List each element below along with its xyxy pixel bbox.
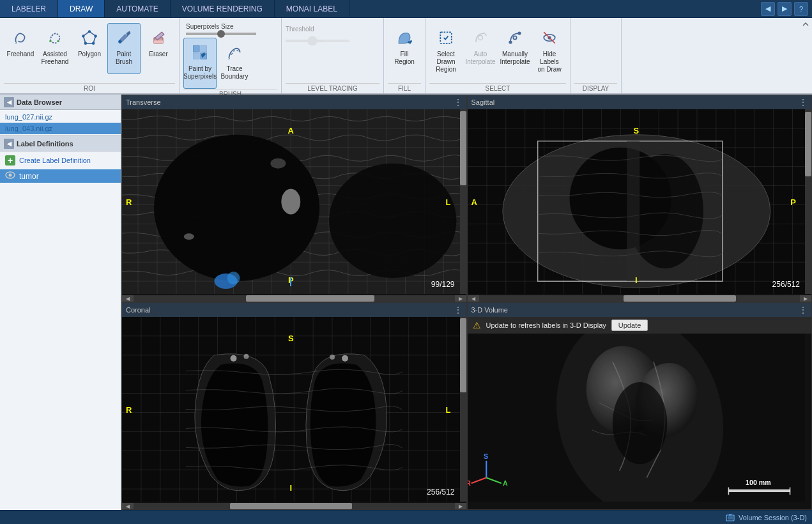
warning-icon: ⚠ [473,320,481,330]
nav-help-button[interactable]: ? [794,2,808,16]
paint-superpixels-label: Paint bySuperpixels [183,65,217,81]
left-panel: ◀ Data Browser lung_027.nii.gz lung_043.… [0,95,121,510]
transverse-scroll-left[interactable]: ◀ [122,295,134,302]
freehand-tool[interactable]: Freehand [4,23,37,74]
transverse-menu[interactable]: ⋮ [454,97,463,107]
trace-boundary-tool[interactable]: TraceBoundary [218,38,251,89]
trace-boundary-label: TraceBoundary [221,65,249,81]
svg-line-16 [233,50,235,51]
transverse-scrollbar-h[interactable] [134,295,455,302]
fill-tools: FillRegion [388,20,421,83]
sagittal-scrollbar-v[interactable] [805,109,811,294]
manually-interpolate-tool[interactable]: ManuallyInterpolate [498,23,532,74]
coronal-menu[interactable]: ⋮ [454,305,463,315]
toolbar-collapse-btn[interactable] [799,18,812,93]
roi-tools: Freehand AssistedFreehand [4,20,175,83]
svg-rect-95 [122,317,460,502]
svg-point-59 [227,272,240,284]
volume3d-title: 3-D Volume [471,306,508,314]
transverse-title: Transverse [126,98,161,106]
top-navigation: LABELER DRAW AUTOMATE VOLUME RENDERING M… [0,0,812,18]
paint-brush-icon [114,27,134,48]
viewport-grid: Transverse ⋮ [121,95,812,510]
sagittal-scroll-left[interactable]: ◀ [468,295,479,302]
sagittal-menu[interactable]: ⋮ [799,97,808,107]
main-layout: ◀ Data Browser lung_027.nii.gz lung_043.… [0,95,812,510]
brush-section: Superpixels Size [180,18,282,93]
coronal-scrollbar-thumb[interactable] [230,503,352,509]
transverse-canvas-area[interactable]: A P R L 99/129 [122,109,460,294]
paint-brush-tool[interactable]: PaintBrush [107,23,141,74]
sagittal-canvas-area[interactable]: S I A P 256/512 [468,109,806,294]
polygon-icon [79,27,100,48]
assisted-freehand-tool[interactable]: AssistedFreehand [38,23,72,74]
sagittal-scrollbar-thumb[interactable] [624,295,736,302]
superpixels-size-label: Superpixels Size [186,23,275,30]
polygon-tool[interactable]: Polygon [73,23,106,74]
svg-rect-13 [194,53,200,59]
volume-3d-viewport: 3-D Volume ⋮ ⚠ Update to refresh labels … [467,302,813,510]
nav-forward-button[interactable]: ▶ [778,2,792,16]
svg-point-8 [118,40,121,43]
select-drawn-region-tool[interactable]: Select DrawnRegion [429,23,463,75]
file-lung043[interactable]: lung_043.nii.gz [0,123,121,134]
svg-point-122 [231,355,237,362]
sagittal-slice-counter: 256/512 [772,280,800,289]
transverse-scrollbar-v[interactable] [460,109,466,294]
hide-labels-icon [539,27,560,48]
volume3d-header: 3-D Volume ⋮ [468,303,812,317]
auto-interpolate-tool: AutoInterpolate [464,23,497,74]
svg-point-6 [84,42,87,45]
coronal-scrollbar-v[interactable] [460,317,466,502]
svg-text:R: R [468,479,471,487]
svg-rect-11 [194,46,200,52]
select-section-label: SELECT [429,83,566,92]
threshold-label: Threshold [286,26,314,33]
svg-point-123 [243,354,249,359]
svg-point-62 [270,158,286,169]
nav-back-button[interactable]: ◀ [761,2,775,16]
fill-region-tool[interactable]: FillRegion [388,23,421,74]
coronal-scroll-left[interactable]: ◀ [122,503,134,509]
eraser-tool[interactable]: Eraser [142,23,175,74]
transverse-scrollbar-thumb[interactable] [246,295,374,302]
data-browser-list: lung_027.nii.gz lung_043.nii.gz [0,110,121,135]
svg-marker-2 [83,31,95,43]
coronal-scrollbar-h[interactable] [134,503,455,509]
create-label-definition-button[interactable]: + Create Label Definition [0,151,121,169]
file-lung027[interactable]: lung_027.nii.gz [0,111,121,123]
coronal-scroll-right[interactable]: ▶ [455,503,466,509]
sagittal-scroll-right[interactable]: ▶ [800,295,811,302]
nav-tab-draw[interactable]: DRAW [58,0,105,17]
nav-tab-labeler[interactable]: LABELER [0,0,58,17]
label-item-tumor[interactable]: tumor [0,169,121,183]
hide-labels-tool[interactable]: Hide Labelson Draw [533,23,566,75]
coronal-canvas-area[interactable]: S I R L 256/512 [122,317,460,502]
transverse-scrollbar-v-thumb[interactable] [460,111,466,185]
label-visibility-icon[interactable] [5,171,15,181]
paint-by-superpixels-tool[interactable]: Paint bySuperpixels [183,38,217,89]
display-section-label: DISPLAY [574,83,617,92]
volume3d-canvas-area[interactable]: S A R 100 mm [468,331,806,502]
sagittal-scrollbar-v-thumb[interactable] [805,112,811,176]
svg-rect-12 [201,46,207,52]
data-browser-toggle[interactable]: ◀ [4,97,14,107]
nav-tab-monai-label[interactable]: MONAI LABEL [275,0,349,17]
label-def-toggle[interactable]: ◀ [4,139,14,149]
trace-boundary-icon [224,42,245,63]
threshold-slider[interactable] [286,40,349,42]
assisted-freehand-icon [45,27,65,48]
svg-point-20 [479,36,483,40]
nav-tab-automate[interactable]: AUTOMATE [105,0,171,17]
update-button[interactable]: Update [611,320,648,331]
label-definitions-title: Label Definitions [17,140,73,148]
volume3d-menu[interactable]: ⋮ [799,305,808,315]
data-browser-title: Data Browser [17,98,62,106]
sagittal-scrollbar-h[interactable] [479,295,801,302]
svg-text:A: A [502,479,507,487]
svg-point-28 [9,174,12,177]
transverse-scroll-right[interactable]: ▶ [455,295,466,302]
nav-tab-volume-rendering[interactable]: VOLUME RENDERING [171,0,275,17]
paint-brush-label: PaintBrush [116,50,132,66]
coronal-scrollbar-v-thumb[interactable] [460,318,466,392]
